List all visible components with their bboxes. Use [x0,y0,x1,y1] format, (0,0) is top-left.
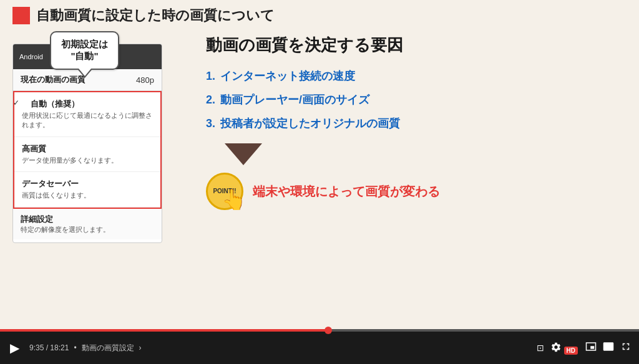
speech-bubble: 初期設定は "自動" [50,31,119,70]
detail-desc: 特定の解像度を選択します。 [21,225,154,234]
quality-item-datasaver[interactable]: データセーバー 画質は低くなります。 [14,172,160,207]
title-accent-box [12,7,30,24]
quality-item-auto-desc: 使用状況に応じて最適になるように調整されます。 [22,111,153,130]
quality-item-datasaver-title: データセーバー [22,178,153,189]
factor-item-3: 3. 投稿者が設定したオリジナルの画質 [206,116,627,131]
checkmark-icon: ✓ [13,98,19,107]
section-title: 動画の画質を決定する要因 [206,34,627,56]
detail-title: 詳細設定 [21,214,154,225]
factor-num-2: 2. [206,93,215,107]
video-content: 自動画質に設定した時の画質について 初期設定は "自動" Android [0,0,639,332]
quality-header-text: 現在の動画の画質 [21,74,85,85]
factor-text-2: 動画プレーヤー/画面のサイズ [220,92,369,107]
theater-icon[interactable] [603,341,614,355]
point-badge: POINT!! 👆 [206,173,243,210]
quality-item-auto[interactable]: ✓ 自動（推奨） 使用状況に応じて最適になるように調整されます。 [14,92,160,137]
factor-num-3: 3. [206,117,215,130]
left-panel: 初期設定は "自動" Android 現在の動画の画質 480p [12,31,187,319]
settings-icon[interactable]: HD [550,342,579,355]
quality-item-datasaver-desc: 画質は低くなります。 [22,191,153,200]
arrow-container [206,143,627,165]
factor-num-1: 1. [206,70,215,83]
time-display: 9:35 / 18:21 [29,343,69,352]
quality-item-high-desc: データ使用量が多くなります。 [22,156,153,165]
content-area: 初期設定は "自動" Android 現在の動画の画質 480p [0,31,639,325]
speech-bubble-line1: 初期設定は [61,39,108,49]
point-section: POINT!! 👆 端末や環境によって画質が変わる [206,173,627,210]
video-player: 自動画質に設定した時の画質について 初期設定は "自動" Android [0,0,639,364]
quality-header-value: 480p [136,75,154,85]
hd-badge: HD [564,347,578,355]
progress-bar-fill [0,329,328,332]
factor-item-1: 1. インターネット接続の速度 [206,69,627,84]
hand-icon: 👆 [222,188,246,211]
page-title: 自動画質に設定した時の画質について [36,6,275,25]
time-value: 9:35 / 18:21 [29,343,69,352]
factors-list: 1. インターネット接続の速度 2. 動画プレーヤー/画面のサイズ 3. 投稿者… [206,69,627,131]
controls-right: ⊡ HD [537,341,632,355]
factor-text-1: インターネット接続の速度 [220,69,355,84]
factor-item-2: 2. 動画プレーヤー/画面のサイズ [206,92,627,107]
chevron-icon: › [139,343,142,352]
factor-text-3: 投稿者が設定したオリジナルの画質 [220,116,400,131]
progress-bar-container[interactable] [0,329,639,332]
quality-item-high[interactable]: 高画質 データ使用量が多くなります。 [14,137,160,172]
down-arrow-icon [225,143,262,165]
video-controls: ▶ 9:35 / 18:21 • 動画の画質設定 › ⊡ HD [0,332,639,364]
miniplayer-icon[interactable] [585,341,597,355]
quality-item-auto-title: 自動（推奨） [22,98,153,110]
phone-area: Android 現在の動画の画質 480p ✓ 自動（推奨） [12,44,187,243]
separator: • [74,343,76,352]
quality-item-high-title: 高画質 [22,143,153,155]
title-bar: 自動画質に設定した時の画質について [0,0,639,31]
quality-list: ✓ 自動（推奨） 使用状況に応じて最適になるように調整されます。 高画質 データ… [13,91,162,209]
right-panel: 動画の画質を決定する要因 1. インターネット接続の速度 2. 動画プレーヤー/… [187,31,627,319]
detail-section[interactable]: 詳細設定 特定の解像度を選択します。 [13,209,162,239]
video-title-control: 動画の画質設定 [82,343,134,353]
play-button[interactable]: ▶ [7,338,22,358]
point-text: 端末や環境によって画質が変わる [253,183,440,200]
subtitles-icon[interactable]: ⊡ [537,343,544,353]
phone-top-label: Android [19,53,43,60]
speech-bubble-line2: "自動" [71,50,98,61]
fullscreen-icon[interactable] [620,341,632,355]
